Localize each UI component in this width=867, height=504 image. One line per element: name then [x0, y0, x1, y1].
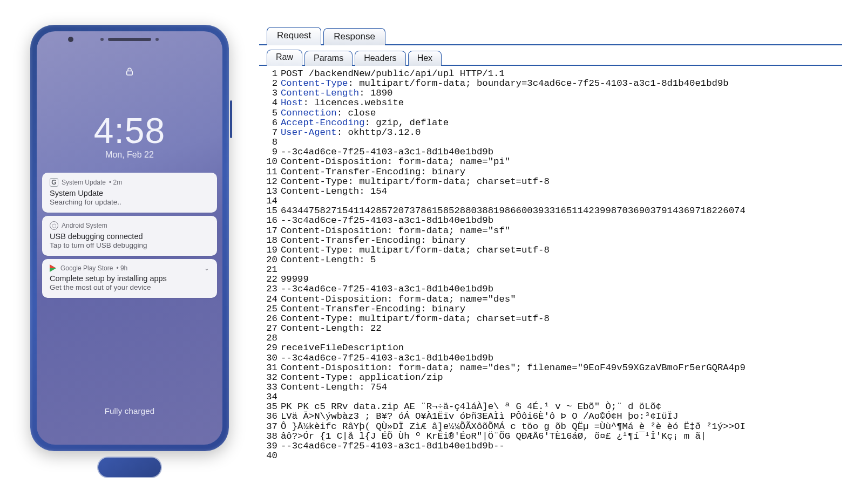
notif-sub: Searching for update.. [50, 198, 209, 206]
code-line: 9--3c4ad6ce-7f25-4103-a3c1-8d1b40e1bd9b [259, 147, 842, 157]
line-number: 23 [259, 284, 281, 294]
line-number: 40 [259, 451, 281, 461]
code-line: 30--3c4ad6ce-7f25-4103-a3c1-8d1b40e1bd9b [259, 353, 842, 363]
line-text: User-Agent: okhttp/3.12.0 [281, 128, 421, 138]
code-line: 5Connection: close [259, 108, 842, 118]
tab-request[interactable]: Request [267, 27, 321, 45]
code-line: 14 [259, 196, 842, 206]
line-number: 8 [259, 138, 281, 147]
line-text: PK PK c5 RRv data.zip AE ¨R¬÷ä-ç4láÀ]e\ … [281, 402, 661, 412]
code-line: 20Content-Length: 5 [259, 255, 842, 265]
line-number: 13 [259, 187, 281, 196]
line-text [281, 451, 286, 461]
code-line: 12Content-Type: multipart/form-data; cha… [259, 177, 842, 187]
line-number: 36 [259, 412, 281, 421]
line-text: Content-Length: 154 [281, 187, 387, 196]
phone-mockup-area: 4:58 Mon, Feb 22 G System Update 2m Syst… [0, 22, 259, 451]
line-number: 17 [259, 226, 281, 236]
android-system-icon: ⬡ [50, 221, 58, 230]
chevron-down-icon[interactable]: ⌄ [204, 264, 209, 272]
tab-params[interactable]: Params [304, 51, 353, 66]
play-store-icon [50, 264, 56, 272]
svg-rect-0 [127, 71, 133, 76]
code-line: 35PK PK c5 RRv data.zip AE ¨R¬÷ä-ç4láÀ]e… [259, 402, 842, 412]
line-number: 4 [259, 98, 281, 108]
tab-response[interactable]: Response [323, 28, 385, 45]
home-button[interactable] [97, 457, 162, 478]
line-number: 35 [259, 402, 281, 412]
line-text: Content-Type: multipart/form-data; chars… [281, 314, 550, 324]
code-line: 2299999 [259, 275, 842, 284]
line-number: 21 [259, 265, 281, 275]
line-text: Content-Type: application/zip [281, 373, 443, 383]
line-number: 6 [259, 118, 281, 128]
notif-age: 2m [109, 179, 122, 186]
line-number: 26 [259, 314, 281, 324]
line-number: 24 [259, 295, 281, 304]
notif-app: Android System [62, 222, 107, 229]
line-text: Content-Length: 754 [281, 383, 387, 392]
notification-card[interactable]: ⬡ Android System USB debugging connected… [42, 216, 217, 256]
phone-screen: 4:58 Mon, Feb 22 G System Update 2m Syst… [37, 31, 222, 445]
line-text: Host: licences.website [281, 98, 404, 108]
notif-sub: Get the most out of your device [50, 283, 209, 291]
line-text: Content-Transfer-Encoding: binary [281, 236, 465, 246]
notification-card[interactable]: Google Play Store 9h ⌄ Complete setup by… [42, 259, 217, 298]
http-header-name: Accept-Encoding [281, 118, 365, 128]
notif-title: System Update [50, 189, 209, 197]
code-line: 7User-Agent: okhttp/3.12.0 [259, 128, 842, 138]
line-text [281, 333, 286, 343]
line-number: 34 [259, 392, 281, 402]
code-line: 2Content-Type: multipart/form-data; boun… [259, 79, 842, 88]
code-line: 1POST /backendNew/public/api/upl HTTP/1.… [259, 69, 842, 79]
notification-card[interactable]: G System Update 2m System Update Searchi… [42, 173, 217, 213]
code-line: 25Content-Transfer-Encoding: binary [259, 304, 842, 314]
code-line: 31Content-Disposition: form-data; name="… [259, 363, 842, 373]
line-text: Content-Length: 22 [281, 324, 382, 333]
http-header-name: Content-Length [281, 88, 359, 98]
line-text: Content-Transfer-Encoding: binary [281, 304, 465, 314]
line-number: 7 [259, 128, 281, 138]
line-text: Content-Transfer-Encoding: binary [281, 167, 465, 177]
tab-headers[interactable]: Headers [355, 51, 405, 66]
line-text: Content-Type: multipart/form-data; chars… [281, 246, 550, 255]
battery-status: Fully charged [37, 406, 222, 416]
code-line: 24Content-Disposition: form-data; name="… [259, 295, 842, 304]
code-line: 28 [259, 333, 842, 343]
line-text: Content-Type: multipart/form-data; chars… [281, 177, 550, 187]
line-text: --3c4ad6ce-7f25-4103-a3c1-8d1b40e1bd9b [281, 147, 493, 157]
http-inspector: Request Response Raw Params Headers Hex … [259, 22, 842, 461]
line-text: Content-Disposition: form-data; name="sf… [281, 226, 510, 236]
line-number: 18 [259, 236, 281, 246]
line-number: 10 [259, 157, 281, 167]
code-line: 36LVä Ä>N\ýwbàz3 ; B¥? óÁ O¥À1Ëïv óÞñ3EA… [259, 412, 842, 421]
raw-request-view[interactable]: 1POST /backendNew/public/api/upl HTTP/1.… [259, 69, 842, 461]
code-line: 10Content-Disposition: form-data; name="… [259, 157, 842, 167]
http-header-name: User-Agent [281, 127, 337, 138]
tab-hex[interactable]: Hex [408, 51, 442, 66]
primary-tabs: Request Response [259, 26, 842, 45]
line-text: --3c4ad6ce-7f25-4103-a3c1-8d1b40e1bd9b [281, 216, 493, 226]
code-line: 11Content-Transfer-Encoding: binary [259, 167, 842, 177]
secondary-tabs: Raw Params Headers Hex [259, 49, 842, 66]
code-line: 6Accept-Encoding: gzip, deflate [259, 118, 842, 128]
line-text [281, 196, 286, 206]
line-number: 38 [259, 432, 281, 441]
notif-age: 9h [116, 264, 127, 272]
line-text: Accept-Encoding: gzip, deflate [281, 118, 449, 128]
line-number: 28 [259, 333, 281, 343]
tab-raw[interactable]: Raw [267, 50, 302, 66]
code-line: 16--3c4ad6ce-7f25-4103-a3c1-8d1b40e1bd9b [259, 216, 842, 226]
line-text: âô?>Ór {1 C|å l{J ÉÕ Ùh º KrËi®'ÉoR"|Ö¨Õ… [281, 432, 706, 441]
code-line: 26Content-Type: multipart/form-data; cha… [259, 314, 842, 324]
lockscreen-time: 4:58 [37, 110, 222, 151]
line-number: 22 [259, 275, 281, 284]
line-text: --3c4ad6ce-7f25-4103-a3c1-8d1b40e1bd9b [281, 353, 493, 363]
line-text: Content-Length: 5 [281, 255, 376, 265]
http-header-name: Content-Type [281, 78, 348, 88]
line-text: 99999 [281, 275, 309, 284]
line-number: 12 [259, 177, 281, 187]
code-line: 38âô?>Ór {1 C|å l{J ÉÕ Ùh º KrËi®'ÉoR"|Ö… [259, 432, 842, 441]
line-number: 1 [259, 69, 281, 79]
line-number: 11 [259, 167, 281, 177]
